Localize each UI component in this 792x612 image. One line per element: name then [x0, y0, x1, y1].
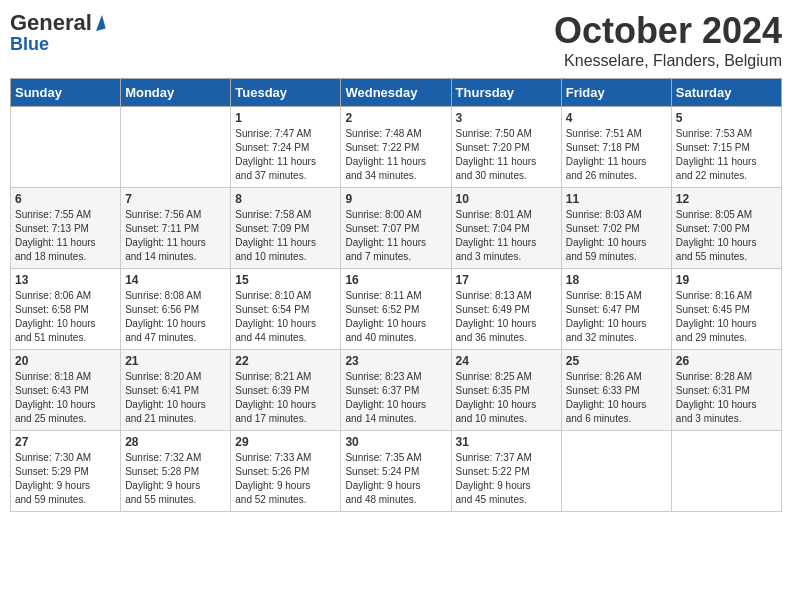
cell-content: Sunrise: 7:51 AM Sunset: 7:18 PM Dayligh… — [566, 127, 667, 183]
calendar-cell — [561, 431, 671, 512]
cell-content: Sunrise: 8:16 AM Sunset: 6:45 PM Dayligh… — [676, 289, 777, 345]
day-number: 5 — [676, 111, 777, 125]
cell-content: Sunrise: 7:30 AM Sunset: 5:29 PM Dayligh… — [15, 451, 116, 507]
logo-blue-text: Blue — [10, 34, 49, 55]
cell-content: Sunrise: 8:01 AM Sunset: 7:04 PM Dayligh… — [456, 208, 557, 264]
day-number: 28 — [125, 435, 226, 449]
cell-content: Sunrise: 7:50 AM Sunset: 7:20 PM Dayligh… — [456, 127, 557, 183]
week-row-1: 1Sunrise: 7:47 AM Sunset: 7:24 PM Daylig… — [11, 107, 782, 188]
cell-content: Sunrise: 7:58 AM Sunset: 7:09 PM Dayligh… — [235, 208, 336, 264]
calendar-cell: 28Sunrise: 7:32 AM Sunset: 5:28 PM Dayli… — [121, 431, 231, 512]
day-number: 6 — [15, 192, 116, 206]
calendar-table: SundayMondayTuesdayWednesdayThursdayFrid… — [10, 78, 782, 512]
day-number: 14 — [125, 273, 226, 287]
day-number: 13 — [15, 273, 116, 287]
week-row-4: 20Sunrise: 8:18 AM Sunset: 6:43 PM Dayli… — [11, 350, 782, 431]
cell-content: Sunrise: 8:13 AM Sunset: 6:49 PM Dayligh… — [456, 289, 557, 345]
cell-content: Sunrise: 8:26 AM Sunset: 6:33 PM Dayligh… — [566, 370, 667, 426]
header-day-sunday: Sunday — [11, 79, 121, 107]
cell-content: Sunrise: 7:55 AM Sunset: 7:13 PM Dayligh… — [15, 208, 116, 264]
day-number: 25 — [566, 354, 667, 368]
calendar-cell: 4Sunrise: 7:51 AM Sunset: 7:18 PM Daylig… — [561, 107, 671, 188]
calendar-cell: 24Sunrise: 8:25 AM Sunset: 6:35 PM Dayli… — [451, 350, 561, 431]
cell-content: Sunrise: 7:47 AM Sunset: 7:24 PM Dayligh… — [235, 127, 336, 183]
cell-content: Sunrise: 7:32 AM Sunset: 5:28 PM Dayligh… — [125, 451, 226, 507]
calendar-cell — [671, 431, 781, 512]
calendar-cell: 22Sunrise: 8:21 AM Sunset: 6:39 PM Dayli… — [231, 350, 341, 431]
calendar-cell: 29Sunrise: 7:33 AM Sunset: 5:26 PM Dayli… — [231, 431, 341, 512]
day-number: 21 — [125, 354, 226, 368]
calendar-cell: 14Sunrise: 8:08 AM Sunset: 6:56 PM Dayli… — [121, 269, 231, 350]
header-day-thursday: Thursday — [451, 79, 561, 107]
cell-content: Sunrise: 7:48 AM Sunset: 7:22 PM Dayligh… — [345, 127, 446, 183]
day-number: 26 — [676, 354, 777, 368]
cell-content: Sunrise: 8:25 AM Sunset: 6:35 PM Dayligh… — [456, 370, 557, 426]
calendar-body: 1Sunrise: 7:47 AM Sunset: 7:24 PM Daylig… — [11, 107, 782, 512]
cell-content: Sunrise: 8:06 AM Sunset: 6:58 PM Dayligh… — [15, 289, 116, 345]
calendar-cell: 23Sunrise: 8:23 AM Sunset: 6:37 PM Dayli… — [341, 350, 451, 431]
calendar-cell: 15Sunrise: 8:10 AM Sunset: 6:54 PM Dayli… — [231, 269, 341, 350]
logo-arrow-icon — [92, 15, 105, 31]
day-number: 24 — [456, 354, 557, 368]
page-header: General Blue October 2024 Knesselare, Fl… — [10, 10, 782, 70]
location-subtitle: Knesselare, Flanders, Belgium — [554, 52, 782, 70]
day-number: 18 — [566, 273, 667, 287]
cell-content: Sunrise: 8:05 AM Sunset: 7:00 PM Dayligh… — [676, 208, 777, 264]
calendar-cell: 7Sunrise: 7:56 AM Sunset: 7:11 PM Daylig… — [121, 188, 231, 269]
calendar-cell: 31Sunrise: 7:37 AM Sunset: 5:22 PM Dayli… — [451, 431, 561, 512]
calendar-cell: 5Sunrise: 7:53 AM Sunset: 7:15 PM Daylig… — [671, 107, 781, 188]
cell-content: Sunrise: 7:33 AM Sunset: 5:26 PM Dayligh… — [235, 451, 336, 507]
cell-content: Sunrise: 8:10 AM Sunset: 6:54 PM Dayligh… — [235, 289, 336, 345]
calendar-cell: 19Sunrise: 8:16 AM Sunset: 6:45 PM Dayli… — [671, 269, 781, 350]
cell-content: Sunrise: 8:03 AM Sunset: 7:02 PM Dayligh… — [566, 208, 667, 264]
day-number: 30 — [345, 435, 446, 449]
cell-content: Sunrise: 8:18 AM Sunset: 6:43 PM Dayligh… — [15, 370, 116, 426]
day-number: 22 — [235, 354, 336, 368]
cell-content: Sunrise: 8:11 AM Sunset: 6:52 PM Dayligh… — [345, 289, 446, 345]
calendar-cell: 6Sunrise: 7:55 AM Sunset: 7:13 PM Daylig… — [11, 188, 121, 269]
cell-content: Sunrise: 8:20 AM Sunset: 6:41 PM Dayligh… — [125, 370, 226, 426]
cell-content: Sunrise: 7:56 AM Sunset: 7:11 PM Dayligh… — [125, 208, 226, 264]
day-number: 19 — [676, 273, 777, 287]
cell-content: Sunrise: 8:15 AM Sunset: 6:47 PM Dayligh… — [566, 289, 667, 345]
day-number: 12 — [676, 192, 777, 206]
week-row-5: 27Sunrise: 7:30 AM Sunset: 5:29 PM Dayli… — [11, 431, 782, 512]
calendar-cell: 21Sunrise: 8:20 AM Sunset: 6:41 PM Dayli… — [121, 350, 231, 431]
day-number: 9 — [345, 192, 446, 206]
day-number: 1 — [235, 111, 336, 125]
calendar-cell: 30Sunrise: 7:35 AM Sunset: 5:24 PM Dayli… — [341, 431, 451, 512]
day-number: 16 — [345, 273, 446, 287]
cell-content: Sunrise: 7:53 AM Sunset: 7:15 PM Dayligh… — [676, 127, 777, 183]
calendar-cell: 10Sunrise: 8:01 AM Sunset: 7:04 PM Dayli… — [451, 188, 561, 269]
header-day-saturday: Saturday — [671, 79, 781, 107]
day-number: 17 — [456, 273, 557, 287]
day-number: 8 — [235, 192, 336, 206]
calendar-cell: 8Sunrise: 7:58 AM Sunset: 7:09 PM Daylig… — [231, 188, 341, 269]
day-number: 3 — [456, 111, 557, 125]
day-number: 23 — [345, 354, 446, 368]
calendar-cell: 18Sunrise: 8:15 AM Sunset: 6:47 PM Dayli… — [561, 269, 671, 350]
calendar-cell: 27Sunrise: 7:30 AM Sunset: 5:29 PM Dayli… — [11, 431, 121, 512]
calendar-cell: 13Sunrise: 8:06 AM Sunset: 6:58 PM Dayli… — [11, 269, 121, 350]
header-day-monday: Monday — [121, 79, 231, 107]
calendar-cell: 1Sunrise: 7:47 AM Sunset: 7:24 PM Daylig… — [231, 107, 341, 188]
header-row: SundayMondayTuesdayWednesdayThursdayFrid… — [11, 79, 782, 107]
month-title: October 2024 — [554, 10, 782, 52]
calendar-cell: 17Sunrise: 8:13 AM Sunset: 6:49 PM Dayli… — [451, 269, 561, 350]
day-number: 31 — [456, 435, 557, 449]
cell-content: Sunrise: 8:08 AM Sunset: 6:56 PM Dayligh… — [125, 289, 226, 345]
header-day-wednesday: Wednesday — [341, 79, 451, 107]
calendar-cell: 16Sunrise: 8:11 AM Sunset: 6:52 PM Dayli… — [341, 269, 451, 350]
calendar-cell: 3Sunrise: 7:50 AM Sunset: 7:20 PM Daylig… — [451, 107, 561, 188]
day-number: 2 — [345, 111, 446, 125]
calendar-cell: 20Sunrise: 8:18 AM Sunset: 6:43 PM Dayli… — [11, 350, 121, 431]
day-number: 29 — [235, 435, 336, 449]
title-block: October 2024 Knesselare, Flanders, Belgi… — [554, 10, 782, 70]
day-number: 7 — [125, 192, 226, 206]
day-number: 15 — [235, 273, 336, 287]
cell-content: Sunrise: 7:37 AM Sunset: 5:22 PM Dayligh… — [456, 451, 557, 507]
logo-general-text: General — [10, 10, 104, 36]
calendar-header: SundayMondayTuesdayWednesdayThursdayFrid… — [11, 79, 782, 107]
day-number: 20 — [15, 354, 116, 368]
cell-content: Sunrise: 8:23 AM Sunset: 6:37 PM Dayligh… — [345, 370, 446, 426]
